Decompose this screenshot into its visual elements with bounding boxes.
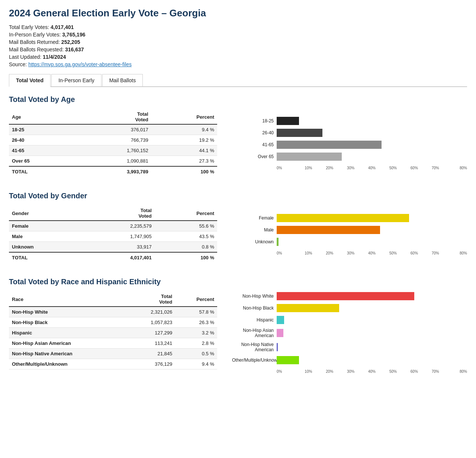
bar <box>277 214 409 222</box>
gender-table: Gender Total Voted Percent Female 2,235,… <box>9 206 217 263</box>
bar-row: Non-Hisp Native American <box>232 342 467 352</box>
gender-section-title: Total Voted by Gender <box>9 192 467 200</box>
table-row: Non-Hisp Black 1,057,823 26.3 % <box>9 317 217 328</box>
total-early-votes: Total Early Votes: 4,017,401 <box>9 24 467 30</box>
bar-row: Hispanic <box>232 316 467 324</box>
mail-returned: Mail Ballots Returned: 252,205 <box>9 39 467 45</box>
table-row: Unknown 33,917 0.8 % <box>9 242 217 253</box>
gender-col1-header: Gender <box>9 206 82 221</box>
bar-row: 18-25 <box>232 117 467 125</box>
race-col3-header: Percent <box>175 292 217 307</box>
bar <box>277 141 382 149</box>
tab-total-voted[interactable]: Total Voted <box>9 74 51 87</box>
race-col2-header: Total Voted <box>126 292 175 307</box>
bar <box>277 343 278 351</box>
gender-col2-header: Total Voted <box>82 206 155 221</box>
bar <box>277 117 299 125</box>
bar-row: Other/Multiple/Unknown <box>232 356 467 364</box>
tab-bar: Total Voted In-Person Early Mail Ballots <box>9 74 467 87</box>
in-person-votes: In-Person Early Votes: 3,765,196 <box>9 32 467 38</box>
bar <box>277 292 414 300</box>
gender-table-wrap: Gender Total Voted Percent Female 2,235,… <box>9 206 217 263</box>
race-section: Total Voted by Race and Hispanic Ethnici… <box>9 278 467 374</box>
bar <box>277 153 342 161</box>
age-col3-header: Percent <box>151 110 217 124</box>
table-row: Male 1,747,905 43.5 % <box>9 231 217 242</box>
gender-section: Total Voted by Gender Gender Total Voted… <box>9 192 467 263</box>
bar-row: Unknown <box>232 238 467 246</box>
table-row: Non-Hisp Native American 21,845 0.5 % <box>9 349 217 359</box>
bar-row: 41-65 <box>232 141 467 149</box>
table-row: Over 65 1,090,881 27.3 % <box>9 156 217 167</box>
age-table: Age Total Voted Percent 18-25 376,017 9.… <box>9 110 217 177</box>
source-link[interactable]: https://mvp.sos.ga.gov/s/voter-absentee-… <box>28 61 132 67</box>
total-row: TOTAL 4,017,401 100 % <box>9 252 217 263</box>
page-title: 2024 General Election Early Vote – Georg… <box>9 7 467 19</box>
race-section-title: Total Voted by Race and Hispanic Ethnici… <box>9 278 467 286</box>
tab-mail-ballots[interactable]: Mail Ballots <box>102 74 143 86</box>
race-table-wrap: Race Total Voted Percent Non-Hisp White … <box>9 292 217 374</box>
bar-row: Male <box>232 226 467 234</box>
tab-in-person-early[interactable]: In-Person Early <box>51 74 101 86</box>
table-row: Non-Hisp Asian American 113,241 2.8 % <box>9 338 217 349</box>
bar-row: Female <box>232 214 467 222</box>
table-row: Female 2,235,579 55.6 % <box>9 221 217 231</box>
table-row: Other/Multiple/Unknown 376,129 9.4 % <box>9 359 217 369</box>
bar-row: Over 65 <box>232 153 467 161</box>
bar-row: 26-40 <box>232 129 467 137</box>
bar-row: Non-Hisp Black <box>232 304 467 312</box>
age-col2-header: Total Voted <box>75 110 151 124</box>
bar <box>277 316 284 324</box>
race-col1-header: Race <box>9 292 126 307</box>
age-chart: 18-2526-4041-65Over 65 0%10%20%30%40%50%… <box>232 110 467 177</box>
table-row: Hispanic 127,299 3.2 % <box>9 328 217 338</box>
summary-section: Total Early Votes: 4,017,401 In-Person E… <box>9 24 467 67</box>
last-updated: Last Updated: 11/4/2024 <box>9 54 467 60</box>
age-section: Total Voted by Age Age Total Voted Perce… <box>9 95 467 177</box>
table-row: Non-Hisp White 2,321,026 57.8 % <box>9 307 217 317</box>
bar-row: Non-Hisp White <box>232 292 467 300</box>
bar <box>277 356 299 364</box>
bar <box>277 129 322 137</box>
table-row: 26-40 766,739 19.2 % <box>9 135 217 145</box>
bar-row: Non-Hisp Asian American <box>232 328 467 338</box>
gender-col3-header: Percent <box>155 206 217 221</box>
total-row: TOTAL 3,993,789 100 % <box>9 166 217 177</box>
bar <box>277 304 339 312</box>
race-table: Race Total Voted Percent Non-Hisp White … <box>9 292 217 369</box>
age-col1-header: Age <box>9 110 75 124</box>
table-row: 41-65 1,760,152 44.1 % <box>9 145 217 156</box>
bar <box>277 226 380 234</box>
age-section-title: Total Voted by Age <box>9 95 467 104</box>
race-chart: Non-Hisp WhiteNon-Hisp BlackHispanicNon-… <box>232 292 467 374</box>
age-table-wrap: Age Total Voted Percent 18-25 376,017 9.… <box>9 110 217 177</box>
bar <box>277 329 283 337</box>
mail-requested: Mail Ballots Requested: 316,637 <box>9 47 467 52</box>
bar <box>277 238 279 246</box>
gender-chart: FemaleMaleUnknown 0%10%20%30%40%50%60%70… <box>232 206 467 263</box>
table-row: 18-25 376,017 9.4 % <box>9 124 217 135</box>
source: Source: https://mvp.sos.ga.gov/s/voter-a… <box>9 61 467 67</box>
